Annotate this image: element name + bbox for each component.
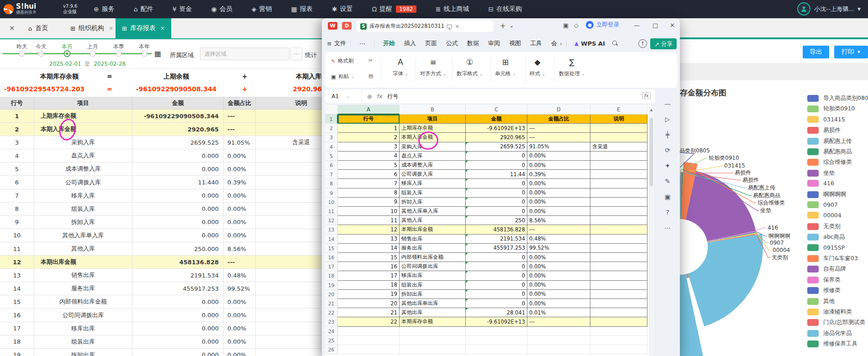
row-header-2[interactable]: 2 bbox=[325, 124, 338, 133]
sheet-cell-A9[interactable]: 8 bbox=[338, 188, 400, 198]
cut-button[interactable]: ✂ bbox=[368, 58, 373, 63]
sheet-cell-B24[interactable] bbox=[400, 327, 466, 336]
topbar-menu-报表[interactable]: ▦报表 bbox=[291, 5, 313, 13]
sheet-cell-D22[interactable]: 0.01% bbox=[527, 308, 590, 317]
legend-item[interactable]: 031415 bbox=[807, 116, 845, 123]
sheet-cell-C13[interactable]: 458136.828 bbox=[466, 225, 527, 234]
sheet-cell-A13[interactable]: 12 bbox=[338, 225, 400, 234]
copy-button[interactable]: ▤ bbox=[368, 73, 373, 79]
sheet-cell-B22[interactable]: 其他出库 bbox=[400, 308, 466, 317]
row-header-15[interactable]: 15 bbox=[325, 244, 338, 253]
sheet-cell-C23[interactable]: -9.61092E+13 bbox=[466, 317, 527, 326]
topbar-menu-会员[interactable]: ◉会员 bbox=[211, 5, 232, 13]
table-row[interactable]: 9拆卸入库0.0000.00% bbox=[0, 216, 347, 229]
sheet-cell-A15[interactable]: 14 bbox=[338, 244, 400, 253]
sheet-cell-E2[interactable] bbox=[590, 124, 647, 133]
wps-menu-页面[interactable]: 页面 bbox=[421, 39, 442, 47]
quick-date-昨天[interactable]: 昨天 bbox=[16, 43, 27, 51]
sheet-cell-A18[interactable]: 17 bbox=[338, 271, 400, 280]
user-box[interactable]: 小沈--上海驷... ▼ bbox=[797, 2, 861, 16]
row-header-18[interactable]: 18 bbox=[325, 271, 338, 280]
wps-menu-视图[interactable]: 视图 bbox=[505, 39, 526, 47]
sheet-cell-A4[interactable]: 3 bbox=[338, 142, 400, 152]
quick-date-dot-本季[interactable] bbox=[116, 51, 122, 57]
sheet-cell-D18[interactable]: 0.00% bbox=[527, 271, 590, 280]
sheet-cell-C6[interactable]: 0 bbox=[466, 161, 527, 170]
sheet-cell-E7[interactable] bbox=[590, 170, 647, 179]
sheet-cell-C25[interactable] bbox=[466, 336, 527, 345]
date-from[interactable]: 2025-02-01 bbox=[49, 61, 81, 67]
sheet-cell-E20[interactable] bbox=[590, 290, 647, 299]
row-header-14[interactable]: 14 bbox=[325, 235, 338, 244]
table-row[interactable]: 6公司调拨入库11.4400.39% bbox=[0, 176, 347, 189]
sheet-cell-D13[interactable]: --- bbox=[527, 225, 590, 234]
sheet-cell-A20[interactable]: 19 bbox=[338, 290, 400, 299]
sheet-cell-E11[interactable] bbox=[590, 207, 647, 216]
wps-document-tab[interactable]: S 库存报表导出2025022810311 × bbox=[357, 21, 494, 32]
column-header-E[interactable]: E bbox=[590, 105, 647, 115]
sheet-cell-E18[interactable] bbox=[590, 271, 647, 280]
select-all-corner[interactable] bbox=[325, 105, 338, 115]
wps-menu-审阅[interactable]: 审阅 bbox=[484, 39, 505, 47]
sheet-cell-E3[interactable] bbox=[590, 133, 647, 142]
side-tool-icon-6[interactable]: ▣ bbox=[661, 190, 674, 204]
sheet-cell-D12[interactable]: 8.56% bbox=[527, 216, 590, 225]
sheet-cell-D1[interactable]: 金额占比 bbox=[527, 115, 590, 124]
file-menu[interactable]: ≡ 文件 bbox=[327, 39, 346, 47]
row-header-22[interactable]: 22 bbox=[325, 308, 338, 317]
date-to[interactable]: 2025-02-28 bbox=[94, 61, 126, 67]
sheet-cell-B19[interactable]: 组装出库 bbox=[400, 281, 466, 290]
sheet-cell-A22[interactable]: 21 bbox=[338, 308, 400, 317]
table-row[interactable]: 17移库出库0.0000.00% bbox=[0, 322, 347, 335]
sheet-cell-C19[interactable]: 0 bbox=[466, 281, 527, 290]
ribbon-group-字体[interactable]: A字体 ⌄ bbox=[393, 56, 408, 77]
sheet-cell-B15[interactable]: 服务出库 bbox=[400, 244, 466, 253]
sheet-cell-C21[interactable]: 0 bbox=[466, 299, 527, 308]
sheet-cell-C22[interactable]: 28.041 bbox=[466, 308, 527, 317]
table-row[interactable]: 14服务出库455917.25399.52% bbox=[0, 282, 347, 295]
table-row[interactable]: 13销售出库2191.5340.48% bbox=[0, 269, 347, 282]
row-header-25[interactable]: 25 bbox=[325, 336, 338, 345]
sheet-cell-D4[interactable]: 91.05% bbox=[527, 142, 590, 152]
formula-value[interactable]: 行号 bbox=[387, 93, 398, 100]
table-row[interactable]: 12本期出库金额458136.828--- bbox=[0, 256, 347, 269]
side-tool-icon-2[interactable]: ╪ bbox=[661, 128, 674, 141]
quick-date-本季[interactable]: 本季 bbox=[113, 43, 124, 51]
sheet-cell-E10[interactable] bbox=[590, 198, 647, 207]
close-icon[interactable]: × bbox=[109, 25, 113, 31]
sheet-cell-C11[interactable]: 0 bbox=[466, 207, 527, 216]
row-header-5[interactable]: 5 bbox=[325, 152, 338, 161]
sheet-cell-B14[interactable]: 销售出库 bbox=[400, 235, 466, 244]
sheet-cell-B17[interactable]: 公司间调拨出库 bbox=[400, 262, 466, 271]
column-header-B[interactable]: B bbox=[400, 105, 466, 115]
sheet-cell-D21[interactable]: 0.00% bbox=[527, 299, 590, 308]
scrollbar-thumb[interactable] bbox=[650, 118, 653, 186]
sheet-cell-A11[interactable]: 10 bbox=[338, 207, 400, 216]
row-header-10[interactable]: 10 bbox=[325, 198, 338, 207]
table-row[interactable]: 16公司间调拨出库0.0000.00% bbox=[0, 309, 347, 322]
wps-menu-开始[interactable]: 开始 bbox=[379, 39, 400, 47]
wps-titlebar[interactable]: W D S 库存报表导出2025022810311 × + ⌄ ▣ ◇ ● 立即… bbox=[322, 18, 680, 34]
topbar-menu-资金[interactable]: ¥资金 bbox=[173, 5, 192, 13]
sheet-cell-E24[interactable] bbox=[590, 327, 647, 336]
row-header-1[interactable]: 1 bbox=[325, 115, 338, 124]
region-more-button[interactable]: ⋯ bbox=[290, 47, 302, 60]
sheet-cell-A3[interactable]: 2 bbox=[338, 133, 400, 142]
quick-date-本年[interactable]: 本年 bbox=[139, 43, 150, 51]
quick-date-今天[interactable]: 今天 bbox=[36, 43, 47, 51]
sheet-cell-B12[interactable]: 其他入库 bbox=[400, 216, 466, 225]
sheet-cell-D5[interactable]: 0.00% bbox=[527, 152, 590, 161]
sheet-cell-B16[interactable]: 内部领料出库金额 bbox=[400, 253, 466, 262]
sheet-cell-B9[interactable]: 组装入库 bbox=[400, 188, 466, 198]
sheet-cell-D2[interactable]: --- bbox=[527, 124, 590, 133]
quick-date-dot-今天[interactable] bbox=[38, 51, 44, 57]
table-row[interactable]: 15内部领料出库金额0.0000.00% bbox=[0, 295, 347, 309]
tab-list-icon[interactable]: ⌄ bbox=[509, 22, 514, 29]
sheet-cell-C1[interactable]: 金额 bbox=[466, 115, 527, 124]
maximize-icon[interactable]: □ bbox=[652, 22, 658, 29]
sheet-cell-C26[interactable] bbox=[466, 345, 527, 354]
ribbon-group-对齐方式[interactable]: ≡对齐方式 ⌄ bbox=[420, 56, 446, 77]
row-header-13[interactable]: 13 bbox=[325, 225, 338, 234]
sheet-cell-A10[interactable]: 9 bbox=[338, 198, 400, 207]
row-header-6[interactable]: 6 bbox=[325, 161, 338, 170]
